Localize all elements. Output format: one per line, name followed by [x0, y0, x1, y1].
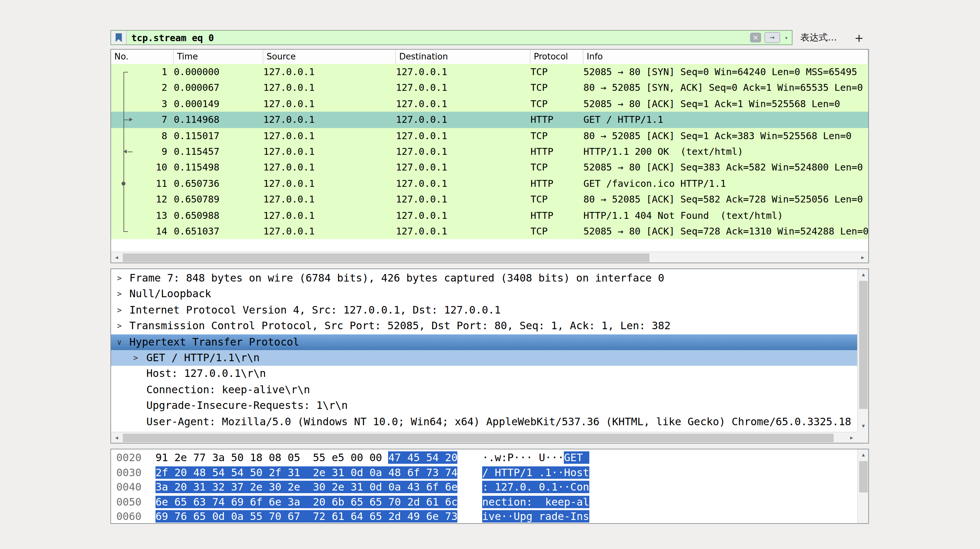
cell-no: 11 — [127, 175, 167, 191]
detail-line[interactable]: ∨Hypertext Transfer Protocol — [111, 334, 857, 350]
packet-row[interactable]: 140.651037127.0.0.1127.0.0.1TCP52085 → 8… — [111, 223, 868, 239]
cell-protocol: HTTP — [530, 207, 580, 223]
cell-protocol: HTTP — [530, 144, 580, 160]
hex-row[interactable]: 00506e 65 63 74 69 6f 6e 3a 20 6b 65 65 … — [111, 495, 857, 510]
apply-filter-icon[interactable]: → — [764, 32, 780, 43]
hex-row[interactable]: 006069 76 65 0d 0a 55 70 67 72 61 64 65 … — [111, 510, 857, 524]
filter-history-dropdown-icon[interactable]: ▾ — [782, 34, 791, 41]
cell-source: 127.0.0.1 — [263, 64, 391, 80]
detail-text: Connection: keep-alive\r\n — [146, 382, 310, 398]
hex-bytes: 3a 20 31 32 37 2e 30 2e 30 2e 31 0d 0a 4… — [156, 480, 458, 495]
hex-row[interactable]: 002091 2e 77 3a 50 18 08 05 55 e5 00 00 … — [111, 451, 857, 465]
column-header-time[interactable]: Time — [174, 49, 263, 64]
packet-detail-tree: >Frame 7: 848 bytes on wire (6784 bits),… — [111, 271, 857, 430]
cell-info: GET /favicon.ico HTTP/1.1 — [584, 175, 868, 191]
cell-destination: 127.0.0.1 — [396, 207, 527, 223]
add-filter-button[interactable]: + — [854, 31, 864, 44]
expander-icon[interactable]: > — [117, 286, 121, 302]
cell-info: 52085 → 80 [SYN] Seq=0 Win=64240 Len=0 M… — [584, 64, 868, 80]
detail-line[interactable]: >Null/Loopback — [111, 286, 857, 302]
cell-destination: 127.0.0.1 — [396, 80, 527, 96]
scroll-down-icon[interactable]: ▾ — [858, 421, 869, 432]
hex-row[interactable]: 00302f 20 48 54 54 50 2f 31 2e 31 0d 0a … — [111, 465, 857, 480]
cell-info: 52085 → 80 [ACK] Seq=383 Ack=582 Win=524… — [584, 160, 868, 176]
scrollbar-thumb[interactable] — [123, 253, 649, 262]
packet-row[interactable]: 80.115017127.0.0.1127.0.0.1TCP80 → 52085… — [111, 128, 868, 144]
scrollbar-thumb[interactable] — [123, 434, 834, 442]
cell-source: 127.0.0.1 — [263, 128, 391, 144]
cell-protocol: HTTP — [530, 175, 580, 191]
cell-destination: 127.0.0.1 — [396, 128, 527, 144]
bookmark-button[interactable] — [111, 31, 127, 45]
detail-line[interactable]: Host: 127.0.0.1\r\n — [111, 366, 857, 382]
cell-destination: 127.0.0.1 — [396, 112, 527, 128]
cell-destination: 127.0.0.1 — [396, 223, 527, 239]
hex-offset: 0050 — [116, 495, 142, 510]
expander-icon[interactable]: > — [133, 350, 138, 366]
detail-text: Hypertext Transfer Protocol — [129, 334, 299, 350]
cell-no: 1 — [127, 64, 167, 80]
cell-no: 12 — [127, 191, 167, 207]
scroll-right-icon[interactable]: ▸ — [857, 252, 868, 263]
cell-source: 127.0.0.1 — [263, 191, 391, 207]
clear-filter-icon[interactable]: × — [750, 33, 761, 43]
scroll-up-icon[interactable]: ▴ — [858, 269, 869, 280]
packet-row[interactable]: 10.000000127.0.0.1127.0.0.1TCP52085 → 80… — [111, 64, 868, 80]
expander-icon[interactable]: > — [117, 271, 121, 286]
cell-protocol: TCP — [530, 160, 580, 176]
scrollbar-thumb[interactable] — [859, 461, 868, 492]
display-filter-input[interactable]: tcp.stream eq 0 × → ▾ — [110, 30, 792, 45]
packet-list-hscrollbar[interactable]: ◂ ▸ — [111, 251, 868, 263]
ascii-bytes: : 127.0. 0.1··Con — [482, 480, 589, 495]
hex-offset: 0040 — [116, 480, 142, 495]
detail-line[interactable]: Upgrade-Insecure-Requests: 1\r\n — [111, 398, 857, 414]
detail-line[interactable]: User-Agent: Mozilla/5.0 (Windows NT 10.0… — [111, 414, 857, 430]
cell-no: 10 — [127, 160, 167, 176]
scroll-left-icon[interactable]: ◂ — [111, 433, 122, 444]
cell-destination: 127.0.0.1 — [396, 144, 527, 160]
cell-no: 14 — [127, 223, 167, 239]
packet-row[interactable]: 120.650789127.0.0.1127.0.0.1TCP80 → 5208… — [111, 191, 868, 207]
hex-offset: 0020 — [116, 451, 142, 465]
packet-row[interactable]: 100.115498127.0.0.1127.0.0.1TCP52085 → 8… — [111, 160, 868, 176]
detail-line[interactable]: >Frame 7: 848 bytes on wire (6784 bits),… — [111, 271, 857, 286]
packet-row[interactable]: 130.650988127.0.0.1127.0.0.1HTTPHTTP/1.1… — [111, 207, 868, 223]
scroll-left-icon[interactable]: ◂ — [111, 252, 122, 263]
filter-text[interactable]: tcp.stream eq 0 — [127, 32, 750, 43]
column-header-protocol[interactable]: Protocol — [530, 49, 584, 64]
detail-vscrollbar[interactable]: ▴ ▾ — [857, 269, 868, 432]
cell-info: HTTP/1.1 200 OK (text/html) — [584, 144, 868, 160]
hex-vscrollbar[interactable]: ▴ — [857, 449, 868, 523]
packet-row[interactable]: 70.114968127.0.0.1127.0.0.1HTTPGET / HTT… — [111, 112, 868, 128]
detail-text: Frame 7: 848 bytes on wire (6784 bits), … — [129, 271, 665, 286]
cell-time: 0.114968 — [174, 112, 259, 128]
detail-hscrollbar[interactable]: ◂ ▸ — [111, 432, 857, 443]
detail-line[interactable]: >GET / HTTP/1.1\r\n — [111, 350, 857, 366]
detail-text: Null/Loopback — [129, 286, 211, 302]
packet-row[interactable]: 20.000067127.0.0.1127.0.0.1TCP80 → 52085… — [111, 80, 868, 96]
scrollbar-thumb[interactable] — [859, 281, 868, 409]
scroll-up-icon[interactable]: ▴ — [858, 449, 869, 460]
scroll-right-icon[interactable]: ▸ — [846, 433, 857, 444]
packet-row[interactable]: 90.115457127.0.0.1127.0.0.1HTTPHTTP/1.1 … — [111, 144, 868, 160]
expander-icon[interactable]: > — [117, 302, 121, 318]
cell-info: GET / HTTP/1.1 — [584, 112, 868, 128]
packet-row[interactable]: 110.650736127.0.0.1127.0.0.1HTTPGET /fav… — [111, 175, 868, 191]
hex-row[interactable]: 00403a 20 31 32 37 2e 30 2e 30 2e 31 0d … — [111, 480, 857, 495]
expression-button[interactable]: 表达式… — [800, 30, 837, 45]
column-header-no[interactable]: No. — [111, 49, 174, 64]
expander-icon[interactable]: > — [117, 318, 121, 334]
hex-bytes-highlight: 69 76 65 0d 0a 55 70 67 72 61 64 65 2d 4… — [156, 511, 458, 523]
column-header-source[interactable]: Source — [263, 49, 396, 64]
packet-row[interactable]: 30.000149127.0.0.1127.0.0.1TCP52085 → 80… — [111, 96, 868, 112]
detail-line[interactable]: >Transmission Control Protocol, Src Port… — [111, 318, 857, 334]
detail-line[interactable]: Connection: keep-alive\r\n — [111, 382, 857, 398]
column-header-info[interactable]: Info — [584, 49, 868, 64]
column-header-destination[interactable]: Destination — [396, 49, 530, 64]
cell-no: 8 — [127, 128, 167, 144]
cell-info: 52085 → 80 [ACK] Seq=1 Ack=1 Win=525568 … — [584, 96, 868, 112]
detail-line[interactable]: >Internet Protocol Version 4, Src: 127.0… — [111, 302, 857, 318]
expander-icon[interactable]: ∨ — [117, 334, 121, 350]
packet-list-header: No.TimeSourceDestinationProtocolInfo — [111, 49, 868, 65]
cell-protocol: TCP — [530, 64, 580, 80]
